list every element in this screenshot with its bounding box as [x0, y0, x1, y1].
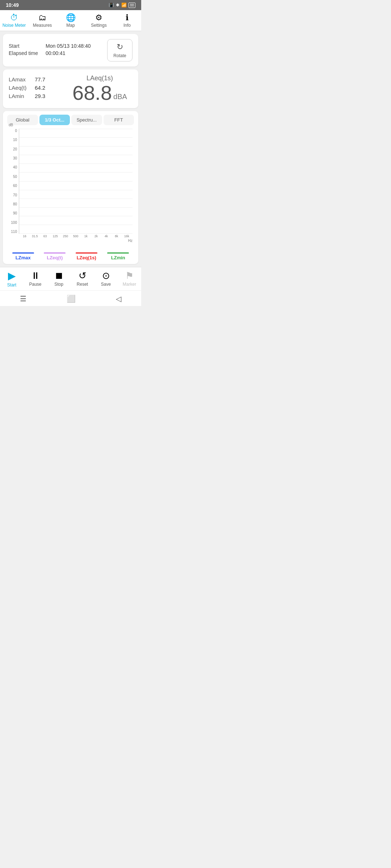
bars-container: [19, 129, 133, 233]
tab-settings[interactable]: ⚙ Settings: [85, 12, 113, 29]
x-axis-label: 500: [71, 234, 80, 238]
legend-item-lzeqt: LZeq(t): [44, 252, 66, 260]
start-label: Start: [9, 43, 41, 49]
measurements-card: LAmax 77.7 LAeq(t) 64.2 LAmin 29.3 LAeq(…: [3, 69, 138, 108]
chart-tab-oct[interactable]: 1/3 Oct...: [39, 115, 70, 125]
legend-line-lzeqt: [44, 252, 66, 254]
measurements-left: LAmax 77.7 LAeq(t) 64.2 LAmin 29.3: [9, 76, 63, 101]
pause-icon: ⏸: [31, 271, 40, 280]
marker-button[interactable]: ⚑ Marker: [121, 271, 139, 288]
measures-icon: 🗂: [38, 14, 46, 22]
legend-label-lzmin: LZmin: [111, 255, 125, 260]
reset-button[interactable]: ↺ Reset: [73, 271, 92, 288]
map-label: Map: [66, 23, 75, 28]
x-axis-label: 31.5: [30, 234, 39, 238]
legend-item-lzeq1s: LZeq(1s): [76, 252, 97, 260]
x-axis-label: 125: [51, 234, 60, 238]
lamin-value: 29.3: [35, 93, 45, 99]
stop-icon: ⏹: [54, 271, 64, 280]
y-axis-title: dB: [9, 123, 13, 127]
battery-icon: 88: [129, 3, 135, 8]
x-axis-label: 4k: [102, 234, 111, 238]
y-axis-label: 40: [7, 165, 18, 169]
reset-icon: ↺: [79, 271, 87, 280]
y-axis: 1101009080706050403020100: [7, 129, 18, 234]
legend: LZmaxLZeq(t)LZeq(1s)LZmin: [7, 250, 134, 260]
rotate-button[interactable]: ↻ Rotate: [107, 39, 133, 61]
elapsed-row: Elapsed time 00:00:41: [9, 50, 91, 56]
stop-label: Stop: [54, 282, 63, 287]
chart-card: Global 1/3 Oct... Spectru... FFT dB 1101…: [3, 111, 138, 264]
stop-button[interactable]: ⏹ Stop: [50, 271, 68, 288]
marker-label: Marker: [123, 282, 136, 287]
bluetooth-icon: ✱: [116, 3, 119, 8]
info-label: Info: [123, 23, 131, 28]
x-axis: 1631.5631252505001k2k4k8k16k: [19, 234, 133, 238]
laeqt-value: 64.2: [35, 85, 45, 91]
legend-label-lzeq1s: LZeq(1s): [77, 255, 96, 260]
elapsed-label: Elapsed time: [9, 50, 41, 56]
signal-icon: 📶: [121, 3, 127, 8]
lamax-label: LAmax: [9, 76, 30, 82]
map-icon: 🌐: [66, 14, 76, 22]
rotate-icon: ↻: [117, 42, 123, 52]
save-button[interactable]: ⊙ Save: [97, 271, 115, 288]
y-axis-label: 70: [7, 193, 18, 197]
hz-label: Hz: [19, 239, 133, 243]
menu-nav-icon[interactable]: ☰: [20, 294, 26, 303]
main-content: Start Mon 05/13 10:48:40 Elapsed time 00…: [0, 31, 141, 267]
lamax-row: LAmax 77.7: [9, 76, 63, 82]
laeqt-row: LAeq(t) 64.2: [9, 85, 63, 91]
x-axis-label: 63: [40, 234, 50, 238]
lamax-value: 77.7: [35, 76, 45, 82]
noise-meter-label: Noise Meter: [3, 23, 26, 28]
y-axis-label: 50: [7, 175, 18, 179]
reset-label: Reset: [77, 282, 88, 287]
y-axis-label: 60: [7, 184, 18, 188]
measurements-right: LAeq(1s) 68.8 dBA: [67, 75, 133, 103]
vibrate-icon: 📳: [109, 3, 114, 8]
start-icon: ▶: [8, 271, 16, 281]
tab-info[interactable]: ℹ Info: [113, 12, 141, 29]
y-axis-label: 100: [7, 221, 18, 225]
lamin-row: LAmin 29.3: [9, 93, 63, 99]
laeq1s-row: 68.8 dBA: [72, 83, 127, 103]
settings-icon: ⚙: [95, 14, 102, 22]
legend-line-lzmax: [12, 252, 34, 254]
tab-measures[interactable]: 🗂 Measures: [28, 12, 56, 29]
tab-noise-meter[interactable]: ⏱ Noise Meter: [0, 12, 28, 29]
x-axis-label: 1k: [81, 234, 91, 238]
tab-map[interactable]: 🌐 Map: [56, 12, 85, 29]
y-axis-label: 30: [7, 156, 18, 160]
y-axis-label: 10: [7, 138, 18, 142]
timer-card: Start Mon 05/13 10:48:40 Elapsed time 00…: [3, 34, 138, 67]
start-button[interactable]: ▶ Start: [3, 271, 21, 288]
laeq1s-unit: dBA: [113, 93, 127, 101]
chart-tab-spectrum[interactable]: Spectru...: [71, 115, 102, 125]
y-axis-label: 110: [7, 230, 18, 234]
settings-label: Settings: [91, 23, 106, 28]
home-nav-icon[interactable]: ⬜: [67, 294, 76, 303]
chart-tabs: Global 1/3 Oct... Spectru... FFT: [7, 115, 134, 125]
tab-bar: ⏱ Noise Meter 🗂 Measures 🌐 Map ⚙ Setting…: [0, 10, 141, 31]
y-axis-label: 90: [7, 211, 18, 215]
system-nav-bar: ☰ ⬜ ◁: [0, 290, 141, 306]
bottom-controls: ▶ Start ⏸ Pause ⏹ Stop ↺ Reset ⊙ Save ⚑ …: [0, 267, 141, 290]
y-axis-label: 20: [7, 147, 18, 151]
pause-label: Pause: [29, 282, 41, 287]
lamin-label: LAmin: [9, 93, 30, 99]
chart-area: dB 1101009080706050403020100 1631.563125…: [19, 129, 133, 244]
rotate-label: Rotate: [113, 53, 126, 58]
chart-inner: [19, 129, 133, 234]
x-axis-label: 2k: [91, 234, 101, 238]
x-axis-label: 16k: [122, 234, 131, 238]
legend-line-lzeq1s: [76, 252, 97, 254]
legend-item-lzmax: LZmax: [12, 252, 34, 260]
legend-label-lzeqt: LZeq(t): [47, 255, 63, 260]
start-row: Start Mon 05/13 10:48:40: [9, 43, 91, 49]
back-nav-icon[interactable]: ◁: [116, 294, 121, 303]
pause-button[interactable]: ⏸ Pause: [26, 271, 45, 288]
chart-tab-fft[interactable]: FFT: [104, 115, 134, 125]
status-icons: 📳 ✱ 📶 88: [109, 3, 135, 8]
status-bar: 10:49 📳 ✱ 📶 88: [0, 0, 141, 10]
